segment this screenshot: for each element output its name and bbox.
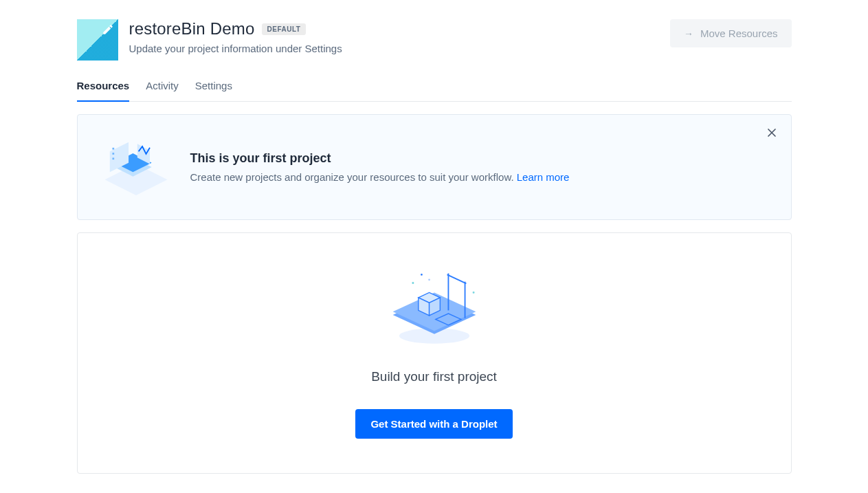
svg-line-13	[447, 274, 466, 283]
project-avatar[interactable]	[77, 19, 118, 61]
pencil-icon	[102, 23, 114, 36]
project-title: restoreBin Demo	[129, 19, 255, 39]
svg-rect-5	[112, 148, 114, 150]
banner-illustration	[98, 133, 174, 201]
banner-description: Create new projects and organize your re…	[190, 171, 570, 183]
empty-state-card: Build your first project Get Started wit…	[77, 232, 792, 474]
banner-learn-more-link[interactable]: Learn more	[517, 171, 570, 183]
project-subtitle: Update your project information under Se…	[129, 43, 342, 54]
svg-point-18	[421, 274, 423, 276]
arrow-right-icon: →	[684, 28, 693, 39]
close-icon[interactable]	[765, 126, 779, 140]
svg-point-19	[428, 278, 430, 281]
get-started-button[interactable]: Get Started with a Droplet	[355, 409, 512, 439]
svg-rect-7	[112, 157, 114, 160]
move-resources-button[interactable]: → Move Resources	[670, 19, 792, 47]
tab-settings[interactable]: Settings	[195, 80, 232, 101]
banner-title: This is your first project	[190, 151, 570, 166]
project-header: restoreBin Demo DEFAULT Update your proj…	[77, 19, 792, 61]
tab-resources[interactable]: Resources	[77, 80, 130, 101]
move-resources-label: Move Resources	[700, 28, 778, 39]
empty-state-title: Build your first project	[91, 369, 777, 384]
empty-state-illustration	[383, 261, 486, 350]
svg-rect-6	[112, 153, 114, 155]
tab-activity[interactable]: Activity	[146, 80, 179, 101]
default-badge: DEFAULT	[262, 23, 307, 35]
project-tabs: Resources Activity Settings	[77, 80, 792, 102]
first-project-banner: This is your first project Create new pr…	[77, 114, 792, 220]
